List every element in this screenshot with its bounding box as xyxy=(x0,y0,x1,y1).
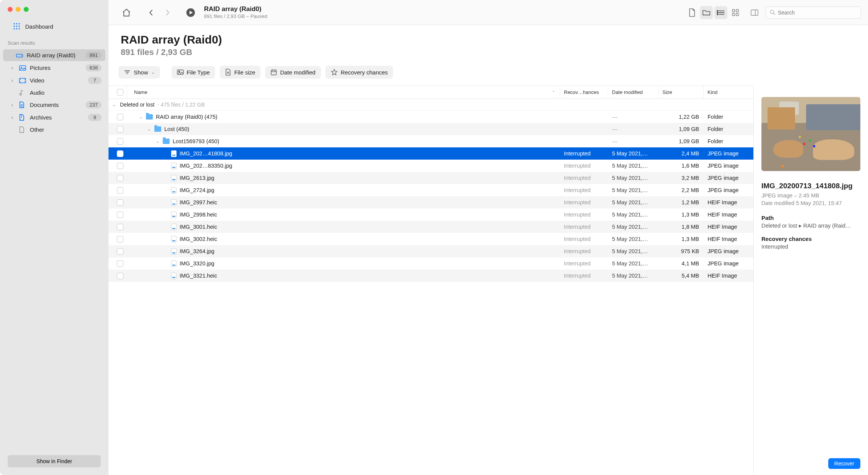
row-size: 1,2 MB xyxy=(659,199,704,205)
view-grid-button[interactable] xyxy=(729,6,742,19)
row-name-cell: ⌄Lost (450) xyxy=(127,126,560,132)
nav-forward-button[interactable] xyxy=(161,6,174,19)
table-row[interactable]: IMG_2997.heicInterrupted5 May 2021,…1,2 … xyxy=(108,196,753,208)
row-checkbox[interactable] xyxy=(113,150,127,157)
search-input[interactable] xyxy=(778,10,857,16)
row-checkbox[interactable] xyxy=(113,212,127,218)
table-row[interactable]: ⌄Lost (450)—1,09 GBFolder xyxy=(108,123,753,135)
row-kind: HEIF Image xyxy=(704,236,753,242)
table-row[interactable]: IMG_3320.jpgInterrupted5 May 2021,…4,1 M… xyxy=(108,257,753,270)
row-date: 5 May 2021,… xyxy=(608,236,659,242)
window-controls xyxy=(0,0,108,16)
dashboard-nav[interactable]: Dashboard xyxy=(0,16,108,39)
filetype-filter[interactable]: File Type xyxy=(172,66,215,79)
page-title: RAID array (Raid0) xyxy=(121,33,856,47)
row-checkbox[interactable] xyxy=(113,126,127,132)
select-all-checkbox[interactable] xyxy=(113,89,127,95)
row-recovery: Interrupted xyxy=(560,199,608,205)
row-checkbox[interactable] xyxy=(113,138,127,145)
column-recovery[interactable]: Recov…hances xyxy=(560,86,608,99)
toolbar-subtitle: 891 files / 2,93 GB – Paused xyxy=(204,13,682,20)
sidebar-item-documents[interactable]: › Documents 237 xyxy=(3,99,105,111)
row-name: IMG_3320.jpg xyxy=(180,260,214,267)
filesize-filter[interactable]: File size xyxy=(220,66,261,79)
table-row[interactable]: ⌄RAID array (Raid0) (475)—1,22 GBFolder xyxy=(108,111,753,123)
row-size: 2,2 MB xyxy=(659,187,704,193)
row-checkbox[interactable] xyxy=(113,114,127,120)
row-name: IMG_2613.jpg xyxy=(180,175,214,181)
view-document-button[interactable] xyxy=(685,6,698,19)
column-name[interactable]: Name ⌃ xyxy=(127,86,560,99)
svg-point-13 xyxy=(717,14,718,15)
row-date: 5 May 2021,… xyxy=(608,224,659,230)
column-kind[interactable]: Kind xyxy=(704,86,753,99)
sidebar-item-raid[interactable]: RAID array (Raid0) 891 xyxy=(3,49,105,61)
row-checkbox[interactable] xyxy=(113,199,127,206)
search-box[interactable] xyxy=(766,6,861,19)
preview-thumbnail xyxy=(761,97,860,171)
home-button[interactable] xyxy=(120,6,133,19)
table-row[interactable]: IMG_3002.heicInterrupted5 May 2021,…1,3 … xyxy=(108,233,753,245)
row-size: 1,6 MB xyxy=(659,163,704,169)
nav-back-button[interactable] xyxy=(144,6,157,19)
zoom-window-button[interactable] xyxy=(24,7,29,12)
row-kind: Folder xyxy=(704,126,753,132)
date-filter[interactable]: Date modified xyxy=(265,66,321,79)
row-kind: HEIF Image xyxy=(704,224,753,230)
view-folder-button[interactable] xyxy=(700,6,713,19)
sidebar-item-label: Pictures xyxy=(30,65,83,71)
table-row[interactable]: IMG_2998.heicInterrupted5 May 2021,…1,3 … xyxy=(108,208,753,221)
svg-point-21 xyxy=(178,71,180,72)
toolbar: RAID array (Raid0) 891 files / 2,93 GB –… xyxy=(108,0,868,25)
view-list-button[interactable] xyxy=(714,6,727,19)
sidebar-item-label: Documents xyxy=(30,102,83,108)
row-checkbox[interactable] xyxy=(113,273,127,279)
sidebar-item-label: RAID array (Raid0) xyxy=(27,52,83,58)
file-icon xyxy=(171,236,177,242)
column-date[interactable]: Date modified xyxy=(608,86,659,99)
table-row[interactable]: IMG_3264.jpgInterrupted5 May 2021,…975 K… xyxy=(108,245,753,257)
row-checkbox[interactable] xyxy=(113,163,127,169)
table-row[interactable]: ⌄Lost1569793 (450)—1,09 GBFolder xyxy=(108,135,753,147)
row-checkbox[interactable] xyxy=(113,175,127,181)
row-size: 975 KB xyxy=(659,248,704,254)
toggle-preview-button[interactable] xyxy=(748,6,761,19)
group-row[interactable]: ⌄ Deleted or lost - 475 files / 1,22 GB xyxy=(108,99,753,111)
chevron-right-icon: › xyxy=(11,115,16,120)
row-name-cell: IMG_202…41808.jpg xyxy=(127,150,560,157)
close-window-button[interactable] xyxy=(8,7,13,12)
row-kind: Folder xyxy=(704,114,753,120)
table-row[interactable]: IMG_3001.heicInterrupted5 May 2021,…1,8 … xyxy=(108,221,753,233)
table-row[interactable]: IMG_2613.jpgInterrupted5 May 2021,…3,2 M… xyxy=(108,172,753,184)
chevron-down-icon[interactable]: ⌄ xyxy=(138,115,143,120)
row-checkbox[interactable] xyxy=(113,260,127,267)
detail-kind-size: JPEG image – 2.45 MB xyxy=(761,192,860,199)
chevron-down-icon[interactable]: ⌄ xyxy=(155,139,160,144)
row-checkbox[interactable] xyxy=(113,187,127,194)
table-row[interactable]: IMG_202…83350.jpgInterrupted5 May 2021,…… xyxy=(108,160,753,172)
column-size[interactable]: Size xyxy=(659,86,704,99)
sidebar-item-badge: 9 xyxy=(88,114,102,121)
row-checkbox[interactable] xyxy=(113,248,127,255)
detail-pane: IMG_20200713_141808.jpg JPEG image – 2.4… xyxy=(753,86,868,475)
resume-scan-button[interactable] xyxy=(184,6,197,19)
svg-rect-16 xyxy=(732,13,735,15)
sidebar-section-header: Scan results xyxy=(0,39,108,49)
row-checkbox[interactable] xyxy=(113,236,127,242)
recovery-filter[interactable]: Recovery chances xyxy=(326,66,393,79)
sidebar-item-video[interactable]: › Video 7 xyxy=(3,74,105,86)
table-row[interactable]: IMG_3321.heicInterrupted5 May 2021,…5,4 … xyxy=(108,270,753,282)
row-recovery: Interrupted xyxy=(560,212,608,218)
recover-button[interactable]: Recover xyxy=(828,458,860,469)
table-row[interactable]: IMG_2724.jpgInterrupted5 May 2021,…2,2 M… xyxy=(108,184,753,196)
sidebar-item-pictures[interactable]: › Pictures 638 xyxy=(3,62,105,74)
sidebar-item-audio[interactable]: Audio xyxy=(3,87,105,98)
show-filter[interactable]: Show ⌄ xyxy=(118,66,160,79)
row-checkbox[interactable] xyxy=(113,224,127,230)
sidebar-item-other[interactable]: Other xyxy=(3,124,105,135)
table-row[interactable]: IMG_202…41808.jpgInterrupted5 May 2021,…… xyxy=(108,147,753,160)
show-in-finder-button[interactable]: Show in Finder xyxy=(8,455,101,467)
chevron-down-icon[interactable]: ⌄ xyxy=(147,127,151,132)
minimize-window-button[interactable] xyxy=(16,7,21,12)
sidebar-item-archives[interactable]: › Archives 9 xyxy=(3,111,105,123)
